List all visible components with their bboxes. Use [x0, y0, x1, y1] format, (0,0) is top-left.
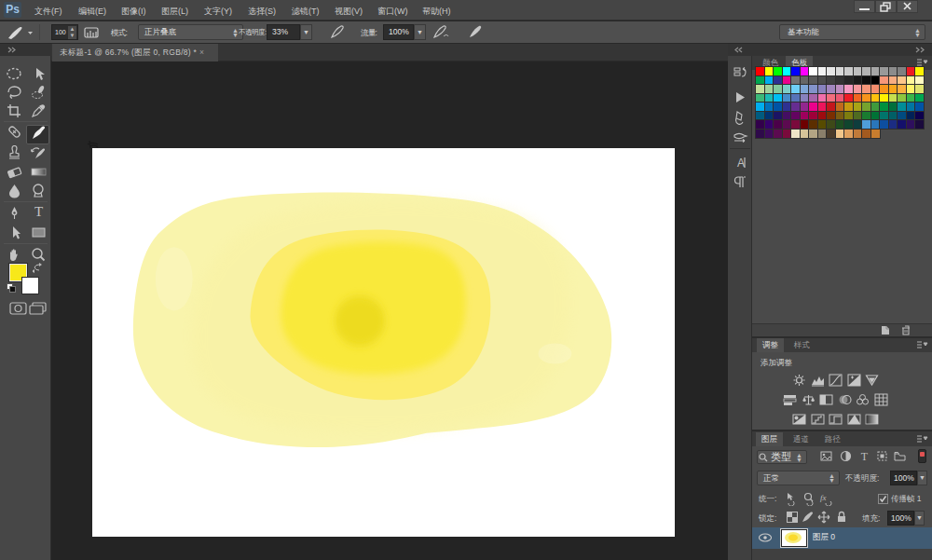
svg-text:A: A	[737, 157, 745, 170]
svg-text:fx: fx	[820, 493, 827, 502]
svg-text:T: T	[861, 450, 869, 462]
svg-text:T: T	[34, 204, 43, 219]
